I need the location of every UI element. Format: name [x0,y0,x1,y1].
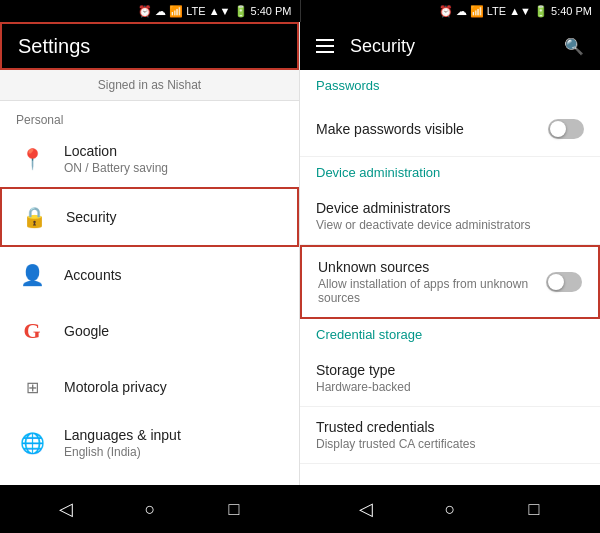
security-icon: 🔒 [18,201,50,233]
device-administrators-item[interactable]: Device administrators View or deactivate… [300,188,600,245]
recent-button-right[interactable]: □ [518,493,550,525]
google-title: Google [64,323,283,339]
device-administrators-title: Device administrators [316,200,584,216]
status-bar-right: ⏰ ☁ 📶 LTE ▲▼ 🔋 5:40 PM [301,5,601,18]
make-passwords-visible-title: Make passwords visible [316,121,548,137]
back-button-left[interactable]: ◁ [50,493,82,525]
unknown-sources-subtitle: Allow installation of apps from unknown … [318,277,546,305]
settings-title: Settings [18,35,90,58]
passwords-section-label: Passwords [300,70,600,101]
language-icon: 🌐 [16,427,48,459]
make-passwords-visible-text: Make passwords visible [316,121,548,137]
nav-section-left: ◁ ○ □ [0,485,300,533]
status-icons-right: ⏰ ☁ 📶 LTE ▲▼ 🔋 [439,5,548,18]
sidebar-item-accounts[interactable]: 👤 Accounts [0,247,299,303]
right-panel: Security 🔍 Passwords Make passwords visi… [300,22,600,485]
hamburger-icon[interactable] [316,39,334,53]
home-button-left[interactable]: ○ [134,493,166,525]
location-subtitle: ON / Battery saving [64,161,283,175]
unknown-sources-item[interactable]: Unknown sources Allow installation of ap… [300,245,600,319]
location-title: Location [64,143,283,159]
sidebar-item-language[interactable]: 🌐 Languages & input English (India) [0,415,299,471]
make-passwords-visible-toggle[interactable] [548,119,584,139]
unknown-sources-title: Unknown sources [318,259,546,275]
unknown-sources-toggle[interactable] [546,272,582,292]
sidebar-item-motorola[interactable]: ⊞ Motorola privacy [0,359,299,415]
device-administration-section-label: Device administration [300,157,600,188]
personal-section-header: Personal [0,101,299,131]
nav-bar: ◁ ○ □ ◁ ○ □ [0,485,600,533]
motorola-title: Motorola privacy [64,379,283,395]
search-icon[interactable]: 🔍 [564,37,584,56]
sidebar-item-security[interactable]: 🔒 Security [0,187,299,247]
language-title: Languages & input [64,427,283,443]
device-administrators-subtitle: View or deactivate device administrators [316,218,584,232]
sidebar-item-google[interactable]: G Google [0,303,299,359]
time-left: 5:40 PM [251,5,292,17]
main-content: Settings Signed in as Nishat Personal 📍 … [0,22,600,485]
right-content: Passwords Make passwords visible Device … [300,70,600,485]
security-title: Security [66,209,281,225]
accounts-icon: 👤 [16,259,48,291]
accounts-title: Accounts [64,267,283,283]
recent-button-left[interactable]: □ [218,493,250,525]
language-subtitle: English (India) [64,445,283,459]
location-icon: 📍 [16,143,48,175]
motorola-icon: ⊞ [16,371,48,403]
signed-in-bar: Signed in as Nishat [0,70,299,101]
time-right: 5:40 PM [551,5,592,17]
trusted-credentials-item[interactable]: Trusted credentials Display trusted CA c… [300,407,600,464]
motorola-text: Motorola privacy [64,379,283,395]
unknown-sources-text: Unknown sources Allow installation of ap… [318,259,546,305]
home-button-right[interactable]: ○ [434,493,466,525]
accounts-text: Accounts [64,267,283,283]
left-panel: Settings Signed in as Nishat Personal 📍 … [0,22,300,485]
storage-type-title: Storage type [316,362,584,378]
make-passwords-visible-item[interactable]: Make passwords visible [300,101,600,157]
nav-section-right: ◁ ○ □ [300,485,600,533]
google-text: Google [64,323,283,339]
google-icon: G [16,315,48,347]
status-bar: ⏰ ☁ 📶 LTE ▲▼ 🔋 5:40 PM ⏰ ☁ 📶 LTE ▲▼ 🔋 5:… [0,0,600,22]
trusted-credentials-subtitle: Display trusted CA certificates [316,437,584,451]
location-text: Location ON / Battery saving [64,143,283,175]
status-icons-left: ⏰ ☁ 📶 LTE ▲▼ 🔋 [138,5,247,18]
left-toolbar: Settings [0,22,299,70]
trusted-credentials-title: Trusted credentials [316,419,584,435]
storage-type-item[interactable]: Storage type Hardware-backed [300,350,600,407]
credential-storage-section-label: Credential storage [300,319,600,350]
language-text: Languages & input English (India) [64,427,283,459]
back-button-right[interactable]: ◁ [350,493,382,525]
right-toolbar: Security 🔍 [300,22,600,70]
device-administrators-text: Device administrators View or deactivate… [316,200,584,232]
sidebar-item-location[interactable]: 📍 Location ON / Battery saving [0,131,299,187]
security-text: Security [66,209,281,225]
storage-type-text: Storage type Hardware-backed [316,362,584,394]
status-bar-left: ⏰ ☁ 📶 LTE ▲▼ 🔋 5:40 PM [0,5,300,18]
trusted-credentials-text: Trusted credentials Display trusted CA c… [316,419,584,451]
storage-type-subtitle: Hardware-backed [316,380,584,394]
right-toolbar-title: Security [350,36,548,57]
